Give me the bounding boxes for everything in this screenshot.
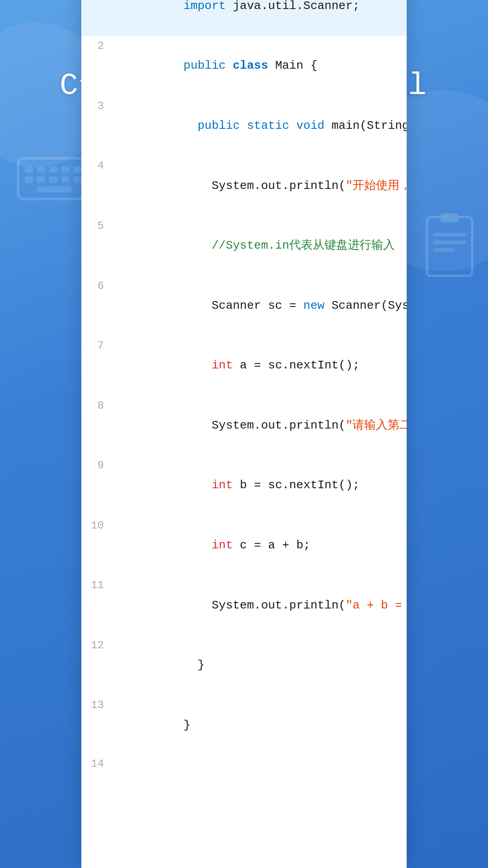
line-content-5: //System.in代表从键盘进行输入: [113, 216, 407, 276]
line-num-11: 11: [81, 576, 113, 595]
line-content-6: Scanner sc = new Scanner(System.in);: [113, 276, 407, 336]
line-content-9: int b = sc.nextInt();: [113, 455, 407, 515]
line-content-3: public static void main(String[] args){: [113, 96, 407, 156]
line-content-8: System.out.println("请输入第二个整数吧。");: [113, 396, 407, 456]
code-editor[interactable]: 1 import java.util.Scanner; 2 public cla…: [81, 0, 407, 868]
code-line-1: 1 import java.util.Scanner;: [81, 0, 407, 36]
line-content-11: System.out.println("a + b = " + c);: [113, 575, 407, 635]
line-content-4: System.out.println("开始使用，请输入第一个整数吧。");: [113, 156, 407, 216]
line-num-14: 14: [81, 755, 113, 774]
line-num-3: 3: [81, 97, 113, 116]
line-num-4: 4: [81, 157, 113, 175]
code-line-9: 9 int b = sc.nextInt();: [81, 455, 407, 515]
line-content-10: int c = a + b;: [113, 515, 407, 576]
line-content-2: public class Main {: [113, 36, 407, 96]
line-num-2: 2: [81, 37, 113, 56]
line-content-1: import java.util.Scanner;: [113, 0, 407, 36]
line-num-10: 10: [81, 517, 113, 535]
code-line-4: 4 System.out.println("开始使用，请输入第一个整数吧。");: [81, 156, 407, 216]
line-num-12: 12: [81, 637, 113, 655]
code-line-8: 8 System.out.println("请输入第二个整数吧。");: [81, 396, 407, 456]
line-num-5: 5: [81, 217, 113, 236]
line-content-13: }: [113, 695, 407, 755]
code-line-5: 5 //System.in代表从键盘进行输入: [81, 216, 407, 276]
code-line-7: 7 int a = sc.nextInt();: [81, 335, 407, 396]
code-line-12: 12 }: [81, 635, 407, 695]
code-line-3: 3 public static void main(String[] args)…: [81, 96, 407, 156]
code-line-6: 6 Scanner sc = new Scanner(System.in);: [81, 276, 407, 336]
line-content-12: }: [113, 635, 407, 695]
code-line-13: 13 }: [81, 695, 407, 755]
code-line-11: 11 System.out.println("a + b = " + c);: [81, 575, 407, 635]
line-num-7: 7: [81, 337, 113, 355]
code-line-10: 10 int c = a + b;: [81, 515, 407, 576]
line-num-8: 8: [81, 397, 113, 415]
code-editor-padding: [81, 773, 407, 863]
content-area: C语言 C++ Java Html 支持多语言 支持输入 27 21:56 〈 …: [0, 0, 488, 868]
code-line-14: 14: [81, 755, 407, 773]
code-line-2: 2 public class Main {: [81, 36, 407, 96]
line-num-13: 13: [81, 696, 113, 715]
line-num-6: 6: [81, 277, 113, 296]
line-num-9: 9: [81, 457, 113, 475]
phone-mockup: 27 21:56 〈 〈 返回 手机编程app 运行 ↺ 目录 Person.j…: [81, 0, 407, 868]
line-content-7: int a = sc.nextInt();: [113, 335, 407, 396]
